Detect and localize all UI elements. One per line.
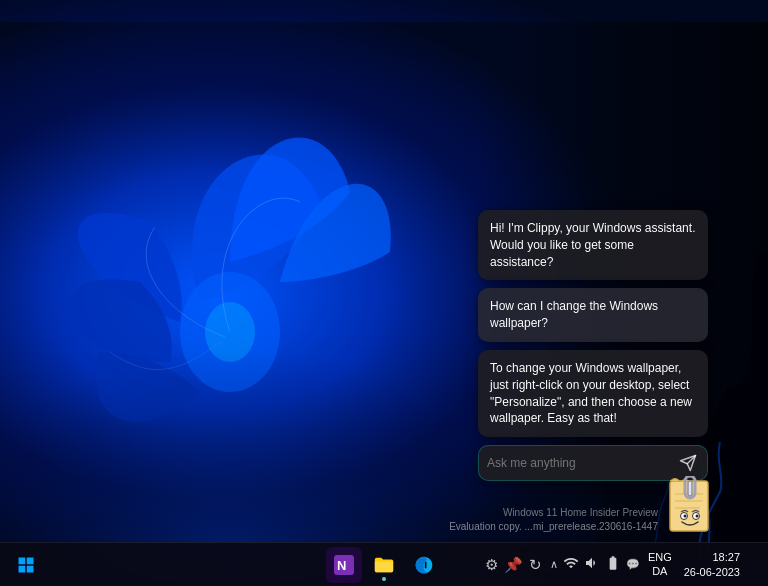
chat-bubble-2-user: How can I change the Windows wallpaper? bbox=[478, 288, 708, 342]
svg-rect-18 bbox=[19, 565, 26, 572]
tray-shortcuts: ⚙ 📌 ↻ bbox=[485, 556, 542, 574]
taskbar-right: ⚙ 📌 ↻ ∧ bbox=[485, 547, 760, 583]
chat-widget: Hi! I'm Clippy, your Windows assistant. … bbox=[478, 210, 708, 481]
svg-point-15 bbox=[696, 515, 699, 518]
refresh-shortcut[interactable]: ↻ bbox=[529, 556, 542, 574]
chevron-up-icon[interactable]: ∧ bbox=[550, 558, 558, 571]
taskbar-app-explorer[interactable] bbox=[366, 547, 402, 583]
pin-shortcut[interactable]: 📌 bbox=[504, 556, 523, 574]
svg-rect-11 bbox=[688, 481, 692, 496]
start-button[interactable] bbox=[8, 547, 44, 583]
clippy-mascot[interactable] bbox=[660, 476, 720, 536]
notification-icons: ∧ 💬 bbox=[550, 555, 640, 574]
taskbar: N ⚙ 📌 bbox=[0, 542, 768, 586]
settings-shortcut[interactable]: ⚙ bbox=[485, 556, 498, 574]
chat-bubble-1: Hi! I'm Clippy, your Windows assistant. … bbox=[478, 210, 708, 280]
svg-point-14 bbox=[684, 515, 687, 518]
chat-notification-icon[interactable]: 💬 bbox=[626, 558, 640, 571]
eval-watermark: Evaluation copy. ...mi_prerelease.230616… bbox=[449, 521, 658, 532]
taskbar-left bbox=[8, 547, 44, 583]
language-indicator[interactable]: ENG DA bbox=[648, 551, 672, 577]
network-icon[interactable] bbox=[563, 555, 579, 574]
chat-send-button[interactable] bbox=[677, 452, 699, 474]
insider-watermark: Windows 11 Home Insider Preview bbox=[503, 507, 658, 518]
chat-input[interactable] bbox=[487, 456, 671, 470]
desktop: Hi! I'm Clippy, your Windows assistant. … bbox=[0, 0, 768, 586]
taskbar-app-vs[interactable]: N bbox=[326, 547, 362, 583]
chat-bubble-3-response: To change your Windows wallpaper, just r… bbox=[478, 350, 708, 437]
taskbar-app-edge[interactable] bbox=[406, 547, 442, 583]
svg-rect-16 bbox=[19, 557, 26, 564]
svg-text:N: N bbox=[337, 558, 346, 573]
taskbar-center-apps: N bbox=[326, 547, 442, 583]
svg-rect-19 bbox=[27, 565, 34, 572]
show-desktop-button[interactable] bbox=[752, 547, 760, 583]
svg-rect-17 bbox=[27, 557, 34, 564]
clock[interactable]: 18:27 26-06-2023 bbox=[680, 550, 744, 579]
volume-icon[interactable] bbox=[584, 555, 600, 574]
battery-icon[interactable] bbox=[605, 555, 621, 574]
